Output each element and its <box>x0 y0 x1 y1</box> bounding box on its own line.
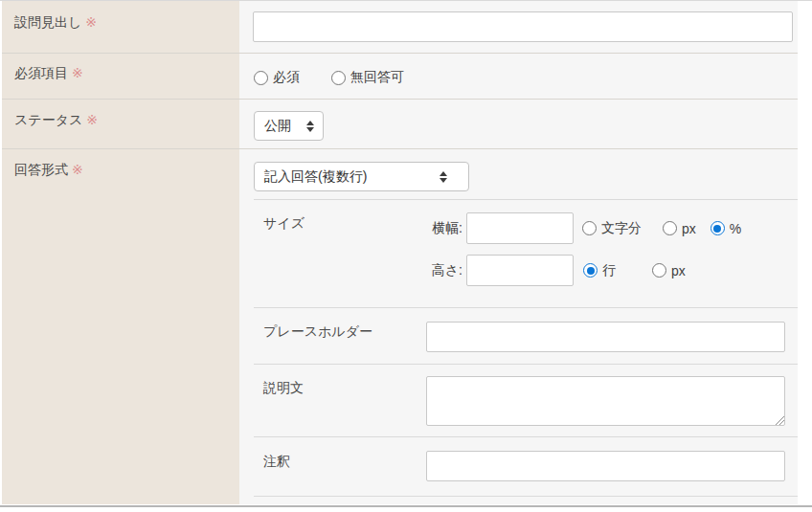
row-question-heading: 設問見出し※ <box>2 1 798 54</box>
placeholder-label: プレースホルダー <box>254 308 426 364</box>
height-line: 高さ: 行 px <box>426 255 798 286</box>
status-content: 公開 <box>239 100 798 148</box>
width-unit-px-group: px <box>663 221 696 236</box>
width-line: 横幅: 文字分 px <box>426 212 798 244</box>
note-input[interactable] <box>426 451 785 481</box>
radio-width-percent-label[interactable]: % <box>730 221 741 236</box>
required-mark: ※ <box>72 162 83 177</box>
status-select[interactable]: 公開 <box>254 111 324 141</box>
radio-required-label[interactable]: 必須 <box>273 69 300 86</box>
answer-format-label: 回答形式 <box>14 162 68 177</box>
size-row: サイズ 横幅: 文字分 px <box>254 200 798 308</box>
description-label: 説明文 <box>254 365 426 436</box>
height-unit-rows-group: 行 <box>583 262 616 279</box>
placeholder-input[interactable] <box>426 322 785 352</box>
width-label: 横幅: <box>426 220 462 237</box>
size-label: サイズ <box>254 200 426 307</box>
question-heading-content <box>239 1 798 53</box>
height-input[interactable] <box>466 255 574 286</box>
answer-format-content: 記入回答(複数行) サイズ 横幅: <box>239 149 798 504</box>
status-select-value: 公開 <box>264 118 291 135</box>
answer-format-label-cell: 回答形式※ <box>2 149 239 504</box>
answer-format-options: 記入回答(複数行) サイズ 横幅: <box>254 149 798 497</box>
placeholder-control <box>426 308 798 364</box>
question-edit-form: 設問見出し※ 必須項目※ 必須 無回答可 <box>0 0 812 512</box>
question-heading-label-cell: 設問見出し※ <box>2 1 239 53</box>
width-unit-percent-group: % <box>710 221 741 236</box>
size-controls: 横幅: 文字分 px <box>426 200 798 307</box>
radio-height-px[interactable] <box>652 263 666 278</box>
radio-required[interactable] <box>254 71 268 85</box>
radio-width-chars-label[interactable]: 文字分 <box>601 220 642 237</box>
select-arrows-icon <box>440 171 447 183</box>
height-unit-px-group: px <box>652 263 686 278</box>
status-label-cell: ステータス※ <box>2 100 239 148</box>
note-label: 注釈 <box>254 437 426 496</box>
radio-no-answer-label[interactable]: 無回答可 <box>350 69 404 86</box>
required-item-content: 必須 無回答可 <box>239 54 798 99</box>
radio-width-chars[interactable] <box>582 221 597 235</box>
row-status: ステータス※ 公開 <box>2 100 798 149</box>
required-mark: ※ <box>85 14 97 30</box>
radio-width-px-label[interactable]: px <box>682 221 696 236</box>
question-heading-input[interactable] <box>253 11 793 42</box>
placeholder-row: プレースホルダー <box>254 308 798 365</box>
radio-height-px-label[interactable]: px <box>671 263 686 278</box>
description-textarea[interactable] <box>426 376 785 426</box>
height-label: 高さ: <box>426 262 462 279</box>
required-item-label: 必須項目 <box>14 65 68 80</box>
required-mark: ※ <box>72 65 83 80</box>
select-arrows-icon <box>306 121 314 132</box>
radio-no-answer[interactable] <box>331 71 346 85</box>
radio-width-percent[interactable] <box>710 221 725 235</box>
radio-height-rows[interactable] <box>583 263 598 278</box>
row-answer-format: 回答形式※ 記入回答(複数行) サイズ <box>2 149 798 504</box>
required-item-label-cell: 必須項目※ <box>2 54 239 99</box>
answer-format-select-value: 記入回答(複数行) <box>264 168 367 186</box>
no-answer-option-group: 無回答可 <box>331 69 404 86</box>
width-input[interactable] <box>466 212 574 244</box>
required-mark: ※ <box>86 112 98 127</box>
required-option-group: 必須 <box>254 69 300 86</box>
width-unit-chars-group: 文字分 <box>582 220 642 237</box>
note-row: 注釈 <box>254 437 798 497</box>
answer-format-select[interactable]: 記入回答(複数行) <box>254 162 469 191</box>
radio-width-px[interactable] <box>663 221 677 235</box>
description-control <box>426 365 798 436</box>
radio-height-rows-label[interactable]: 行 <box>602 262 616 279</box>
answer-format-select-row: 記入回答(複数行) <box>254 149 798 200</box>
row-required-item: 必須項目※ 必須 無回答可 <box>2 54 798 100</box>
bottom-divider <box>0 505 812 507</box>
description-row: 説明文 <box>254 365 798 437</box>
note-control <box>426 437 798 496</box>
status-label: ステータス <box>14 112 82 127</box>
question-heading-label: 設問見出し <box>14 14 81 30</box>
form-table: 設問見出し※ 必須項目※ 必須 無回答可 <box>2 1 798 504</box>
